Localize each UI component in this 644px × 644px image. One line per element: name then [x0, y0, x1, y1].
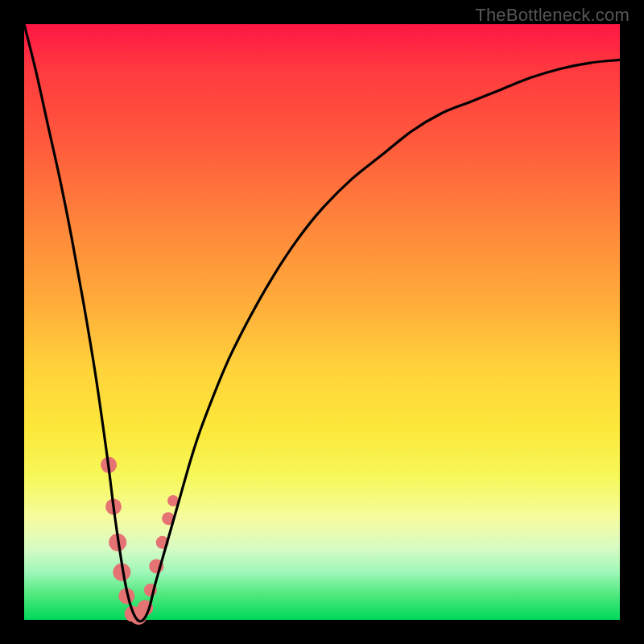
plot-area	[24, 24, 620, 620]
curve-svg	[24, 24, 620, 620]
bottleneck-curve	[24, 24, 620, 621]
outer-frame: TheBottleneck.com	[0, 0, 644, 644]
watermark-text: TheBottleneck.com	[475, 5, 630, 26]
